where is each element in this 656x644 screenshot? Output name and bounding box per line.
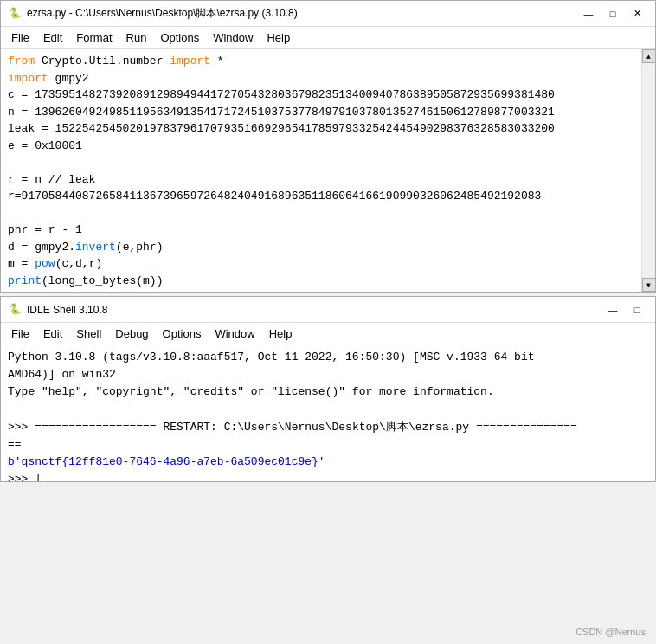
shell-menu-shell[interactable]: Shell [69, 325, 108, 342]
editor-menu-window[interactable]: Window [206, 29, 260, 46]
editor-code-area[interactable]: from Crypto.Util.number import * import … [1, 49, 655, 292]
bottom-area [0, 486, 656, 633]
shell-menu-file[interactable]: File [4, 325, 36, 342]
editor-menu-format[interactable]: Format [69, 29, 119, 46]
editor-title-bar: 🐍 ezrsa.py - C:\Users\Nernus\Desktop\脚本\… [1, 1, 655, 27]
shell-window-icon: 🐍 [8, 303, 22, 317]
editor-scroll-down[interactable]: ▼ [642, 278, 656, 292]
editor-title-text: ezrsa.py - C:\Users\Nernus\Desktop\脚本\ez… [27, 6, 577, 21]
watermark: CSDN @Nernus [576, 627, 646, 633]
editor-menu-bar: File Edit Format Run Options Window Help [1, 27, 655, 49]
shell-menu-edit[interactable]: Edit [36, 325, 69, 342]
shell-minimize-btn[interactable]: — [601, 300, 624, 319]
editor-restore-btn[interactable]: □ [601, 4, 624, 23]
editor-window-controls: — □ ✕ [577, 4, 648, 23]
editor-minimize-btn[interactable]: — [577, 4, 600, 23]
code-content: from Crypto.Util.number import * import … [1, 53, 655, 289]
editor-close-btn[interactable]: ✕ [626, 4, 648, 23]
editor-scrollbar[interactable]: ▲ ▼ [641, 49, 655, 292]
editor-scroll-up[interactable]: ▲ [642, 49, 656, 63]
editor-menu-help[interactable]: Help [260, 29, 297, 46]
shell-menu-bar: File Edit Shell Debug Options Window Hel… [1, 323, 655, 345]
shell-menu-window[interactable]: Window [208, 325, 261, 342]
shell-window: 🐍 IDLE Shell 3.10.8 — □ File Edit Shell … [0, 296, 656, 482]
editor-menu-edit[interactable]: Edit [36, 29, 69, 46]
shell-title-text: IDLE Shell 3.10.8 [27, 304, 601, 316]
shell-output: Python 3.10.8 (tags/v3.10.8:aaaf517, Oct… [1, 349, 655, 481]
editor-menu-run[interactable]: Run [119, 29, 154, 46]
editor-menu-options[interactable]: Options [153, 29, 206, 46]
editor-window-icon: 🐍 [8, 7, 22, 21]
shell-menu-help[interactable]: Help [262, 325, 299, 342]
shell-restore-btn[interactable]: □ [626, 300, 648, 319]
shell-output-area[interactable]: Python 3.10.8 (tags/v3.10.8:aaaf517, Oct… [1, 345, 655, 481]
shell-menu-options[interactable]: Options [156, 325, 209, 342]
editor-window: 🐍 ezrsa.py - C:\Users\Nernus\Desktop\脚本\… [0, 0, 656, 293]
shell-menu-debug[interactable]: Debug [108, 325, 155, 342]
editor-menu-file[interactable]: File [4, 29, 36, 46]
shell-title-bar: 🐍 IDLE Shell 3.10.8 — □ [1, 297, 655, 323]
shell-window-controls: — □ [601, 300, 648, 319]
